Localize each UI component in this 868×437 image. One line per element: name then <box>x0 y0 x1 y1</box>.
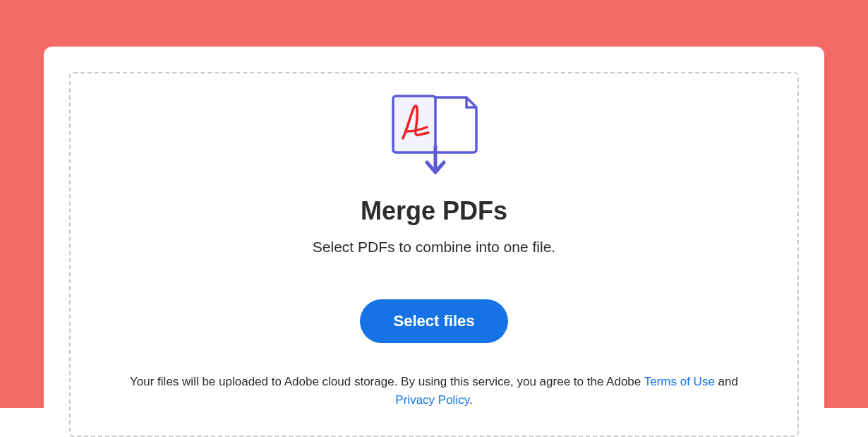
privacy-policy-link[interactable]: Privacy Policy <box>395 393 469 407</box>
page-title: Merge PDFs <box>361 196 507 226</box>
legal-post: . <box>469 393 473 407</box>
legal-mid: and <box>715 375 738 388</box>
svg-rect-0 <box>393 96 435 152</box>
card-container: Merge PDFs Select PDFs to combine into o… <box>44 47 824 437</box>
legal-text: Your files will be uploaded to Adobe clo… <box>116 373 752 410</box>
page-background: Merge PDFs Select PDFs to combine into o… <box>0 0 868 437</box>
page-subtitle: Select PDFs to combine into one file. <box>313 239 555 256</box>
merge-pdf-icon <box>385 92 483 176</box>
terms-of-use-link[interactable]: Terms of Use <box>644 375 715 388</box>
dropzone[interactable]: Merge PDFs Select PDFs to combine into o… <box>69 72 799 437</box>
legal-pre: Your files will be uploaded to Adobe clo… <box>130 375 644 388</box>
select-files-button[interactable]: Select files <box>360 299 509 343</box>
